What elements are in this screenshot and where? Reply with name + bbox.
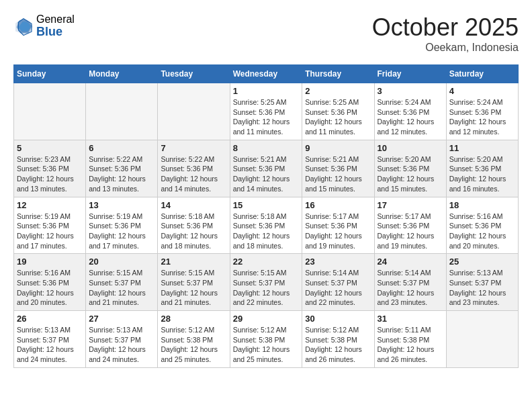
- calendar-table: SundayMondayTuesdayWednesdayThursdayFrid…: [13, 64, 519, 368]
- calendar-week-row: 19Sunrise: 5:16 AM Sunset: 5:36 PM Dayli…: [14, 254, 519, 311]
- day-info: Sunrise: 5:19 AM Sunset: 5:36 PM Dayligh…: [89, 212, 154, 251]
- day-info: Sunrise: 5:13 AM Sunset: 5:37 PM Dayligh…: [89, 325, 154, 365]
- day-number: 21: [161, 257, 226, 267]
- weekday-header-saturday: Saturday: [446, 65, 518, 83]
- day-info: Sunrise: 5:25 AM Sunset: 5:36 PM Dayligh…: [233, 97, 300, 137]
- day-info: Sunrise: 5:20 AM Sunset: 5:36 PM Dayligh…: [449, 154, 515, 194]
- day-info: Sunrise: 5:12 AM Sunset: 5:38 PM Dayligh…: [233, 325, 300, 365]
- day-number: 22: [233, 257, 300, 267]
- day-info: Sunrise: 5:15 AM Sunset: 5:37 PM Dayligh…: [161, 268, 226, 308]
- calendar-header: SundayMondayTuesdayWednesdayThursdayFrid…: [14, 65, 519, 83]
- calendar-cell: 12Sunrise: 5:19 AM Sunset: 5:36 PM Dayli…: [14, 197, 86, 254]
- calendar-cell: 14Sunrise: 5:18 AM Sunset: 5:36 PM Dayli…: [158, 197, 230, 254]
- calendar-cell: 7Sunrise: 5:22 AM Sunset: 5:36 PM Daylig…: [158, 140, 230, 197]
- calendar-cell: 4Sunrise: 5:24 AM Sunset: 5:36 PM Daylig…: [446, 83, 518, 140]
- weekday-header-sunday: Sunday: [14, 65, 86, 83]
- day-number: 4: [449, 86, 515, 96]
- calendar-week-row: 5Sunrise: 5:23 AM Sunset: 5:36 PM Daylig…: [14, 140, 519, 197]
- day-info: Sunrise: 5:25 AM Sunset: 5:36 PM Dayligh…: [305, 97, 371, 137]
- calendar-cell: 30Sunrise: 5:12 AM Sunset: 5:38 PM Dayli…: [302, 311, 374, 368]
- calendar-cell: 15Sunrise: 5:18 AM Sunset: 5:36 PM Dayli…: [230, 197, 302, 254]
- day-info: Sunrise: 5:13 AM Sunset: 5:37 PM Dayligh…: [17, 325, 83, 365]
- day-number: 23: [305, 257, 371, 267]
- calendar-cell: [158, 83, 230, 140]
- day-number: 6: [89, 143, 154, 153]
- weekday-header-thursday: Thursday: [302, 65, 374, 83]
- day-number: 17: [378, 200, 443, 210]
- calendar-cell: 6Sunrise: 5:22 AM Sunset: 5:36 PM Daylig…: [86, 140, 158, 197]
- calendar-cell: 19Sunrise: 5:16 AM Sunset: 5:36 PM Dayli…: [14, 254, 86, 311]
- day-info: Sunrise: 5:17 AM Sunset: 5:36 PM Dayligh…: [378, 212, 443, 251]
- calendar-cell: 24Sunrise: 5:14 AM Sunset: 5:37 PM Dayli…: [374, 254, 446, 311]
- calendar-cell: [86, 83, 158, 140]
- day-number: 31: [378, 314, 443, 324]
- month-title: October 2025: [372, 13, 519, 42]
- day-number: 16: [305, 200, 371, 210]
- day-number: 2: [305, 86, 371, 96]
- day-info: Sunrise: 5:16 AM Sunset: 5:36 PM Dayligh…: [449, 212, 515, 251]
- day-info: Sunrise: 5:19 AM Sunset: 5:36 PM Dayligh…: [17, 212, 83, 251]
- title-block: October 2025 Oeekam, Indonesia: [372, 13, 519, 54]
- calendar-cell: 29Sunrise: 5:12 AM Sunset: 5:38 PM Dayli…: [230, 311, 302, 368]
- day-number: 27: [89, 314, 154, 324]
- page-header: General Blue October 2025 Oeekam, Indone…: [13, 13, 519, 54]
- calendar-cell: 28Sunrise: 5:12 AM Sunset: 5:38 PM Dayli…: [158, 311, 230, 368]
- logo-blue-text: Blue: [36, 26, 75, 39]
- calendar-cell: 8Sunrise: 5:21 AM Sunset: 5:36 PM Daylig…: [230, 140, 302, 197]
- day-number: 25: [449, 257, 515, 267]
- logo: General Blue: [13, 13, 75, 38]
- day-number: 28: [161, 314, 226, 324]
- day-number: 7: [161, 143, 226, 153]
- day-info: Sunrise: 5:22 AM Sunset: 5:36 PM Dayligh…: [161, 154, 226, 194]
- day-info: Sunrise: 5:14 AM Sunset: 5:37 PM Dayligh…: [305, 268, 371, 308]
- day-number: 10: [378, 143, 443, 153]
- day-number: 19: [17, 257, 83, 267]
- day-number: 13: [89, 200, 154, 210]
- day-number: 24: [378, 257, 443, 267]
- logo-text: General Blue: [36, 13, 75, 38]
- calendar-cell: 5Sunrise: 5:23 AM Sunset: 5:36 PM Daylig…: [14, 140, 86, 197]
- day-info: Sunrise: 5:23 AM Sunset: 5:36 PM Dayligh…: [17, 154, 83, 194]
- calendar-cell: 23Sunrise: 5:14 AM Sunset: 5:37 PM Dayli…: [302, 254, 374, 311]
- day-info: Sunrise: 5:20 AM Sunset: 5:36 PM Dayligh…: [378, 154, 443, 194]
- weekday-header-row: SundayMondayTuesdayWednesdayThursdayFrid…: [14, 65, 519, 83]
- day-number: 14: [161, 200, 226, 210]
- day-info: Sunrise: 5:21 AM Sunset: 5:36 PM Dayligh…: [233, 154, 300, 194]
- day-info: Sunrise: 5:12 AM Sunset: 5:38 PM Dayligh…: [305, 325, 371, 365]
- day-info: Sunrise: 5:16 AM Sunset: 5:36 PM Dayligh…: [17, 268, 83, 308]
- calendar-cell: 11Sunrise: 5:20 AM Sunset: 5:36 PM Dayli…: [446, 140, 518, 197]
- day-number: 1: [233, 86, 300, 96]
- weekday-header-friday: Friday: [374, 65, 446, 83]
- day-info: Sunrise: 5:21 AM Sunset: 5:36 PM Dayligh…: [305, 154, 371, 194]
- day-number: 8: [233, 143, 300, 153]
- calendar-cell: 17Sunrise: 5:17 AM Sunset: 5:36 PM Dayli…: [374, 197, 446, 254]
- day-number: 9: [305, 143, 371, 153]
- calendar-cell: 20Sunrise: 5:15 AM Sunset: 5:37 PM Dayli…: [86, 254, 158, 311]
- calendar-cell: 1Sunrise: 5:25 AM Sunset: 5:36 PM Daylig…: [230, 83, 302, 140]
- day-info: Sunrise: 5:24 AM Sunset: 5:36 PM Dayligh…: [378, 97, 443, 137]
- location: Oeekam, Indonesia: [372, 42, 519, 54]
- day-info: Sunrise: 5:18 AM Sunset: 5:36 PM Dayligh…: [233, 212, 300, 251]
- day-info: Sunrise: 5:12 AM Sunset: 5:38 PM Dayligh…: [161, 325, 226, 365]
- calendar-cell: [14, 83, 86, 140]
- calendar-cell: 25Sunrise: 5:13 AM Sunset: 5:37 PM Dayli…: [446, 254, 518, 311]
- weekday-header-wednesday: Wednesday: [230, 65, 302, 83]
- calendar-cell: 9Sunrise: 5:21 AM Sunset: 5:36 PM Daylig…: [302, 140, 374, 197]
- day-info: Sunrise: 5:13 AM Sunset: 5:37 PM Dayligh…: [449, 268, 515, 308]
- calendar-cell: 26Sunrise: 5:13 AM Sunset: 5:37 PM Dayli…: [14, 311, 86, 368]
- day-number: 30: [305, 314, 371, 324]
- calendar-cell: 2Sunrise: 5:25 AM Sunset: 5:36 PM Daylig…: [302, 83, 374, 140]
- calendar-week-row: 26Sunrise: 5:13 AM Sunset: 5:37 PM Dayli…: [14, 311, 519, 368]
- day-info: Sunrise: 5:11 AM Sunset: 5:38 PM Dayligh…: [378, 325, 443, 365]
- day-info: Sunrise: 5:18 AM Sunset: 5:36 PM Dayligh…: [161, 212, 226, 251]
- calendar-cell: 13Sunrise: 5:19 AM Sunset: 5:36 PM Dayli…: [86, 197, 158, 254]
- day-number: 5: [17, 143, 83, 153]
- day-number: 15: [233, 200, 300, 210]
- calendar-cell: 22Sunrise: 5:15 AM Sunset: 5:37 PM Dayli…: [230, 254, 302, 311]
- calendar-cell: 3Sunrise: 5:24 AM Sunset: 5:36 PM Daylig…: [374, 83, 446, 140]
- day-number: 11: [449, 143, 515, 153]
- calendar-cell: 31Sunrise: 5:11 AM Sunset: 5:38 PM Dayli…: [374, 311, 446, 368]
- day-info: Sunrise: 5:15 AM Sunset: 5:37 PM Dayligh…: [233, 268, 300, 308]
- day-info: Sunrise: 5:22 AM Sunset: 5:36 PM Dayligh…: [89, 154, 154, 194]
- calendar-week-row: 1Sunrise: 5:25 AM Sunset: 5:36 PM Daylig…: [14, 83, 519, 140]
